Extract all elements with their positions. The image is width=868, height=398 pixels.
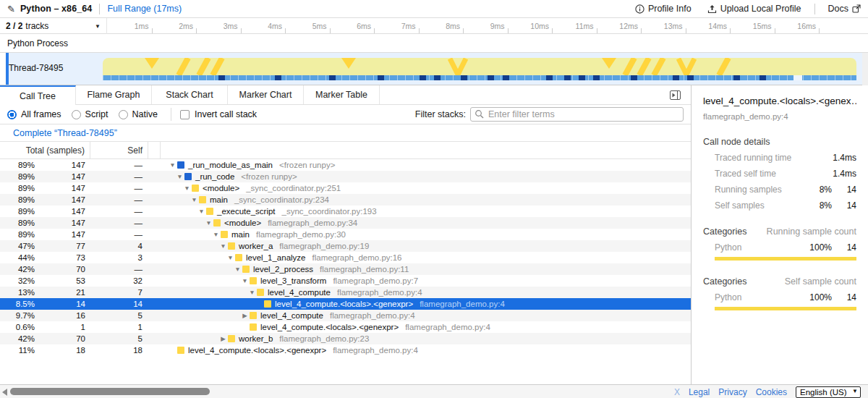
samples-strip[interactable] [103,75,856,80]
x-social-link[interactable]: X [674,387,680,397]
tab-call-tree[interactable]: Call Tree [0,85,76,105]
call-tree-settings: All frames Script Native Invert call sta… [0,105,691,124]
table-row[interactable]: 13%217▼level_4_computeflamegraph_demo.py… [0,287,691,298]
tab-stack-chart[interactable]: Stack Chart [152,85,228,104]
expander-icon[interactable]: ▼ [218,240,228,252]
expander-icon[interactable]: ▼ [247,287,257,298]
row-self-samples: 7 [90,287,148,298]
table-row[interactable]: 42%705▶worker_bflamegraph_demo.py:23 [0,333,691,344]
row-percent: 89% [0,217,35,229]
sample-segment-dark [733,75,740,80]
table-row[interactable]: 89%147—▼_run_module_as_main<frozen runpy… [0,159,691,171]
expander-icon[interactable]: ▼ [197,206,206,217]
sidebar-toggle-button[interactable] [670,90,681,103]
tab-marker-chart[interactable]: Marker Chart [228,85,304,104]
radio-script[interactable] [72,110,81,119]
legal-link[interactable]: Legal [689,387,710,397]
activity-graph[interactable] [103,58,856,75]
category-bar [715,257,856,261]
file-location: flamegraph_demo.py:11 [320,263,409,275]
radio-all-frames-label[interactable]: All frames [21,109,61,119]
table-row[interactable]: 8.5%1414level_4_compute.<locals>.<genexp… [0,298,691,310]
thread-track[interactable]: Thread-78495 [0,53,868,85]
activity-marker [199,58,208,75]
table-row[interactable]: 32%5332▼level_3_transformflamegraph_demo… [0,275,691,287]
column-total[interactable]: Total (samples) [0,142,90,158]
radio-all-frames[interactable] [7,110,17,119]
expander-icon[interactable]: ▶ [240,310,250,321]
docs-button[interactable]: Docs [828,4,861,14]
activity-marker [213,58,222,75]
row-percent: 42% [0,333,35,344]
chevron-down-icon: ▼ [95,23,101,30]
invert-call-stack-checkbox[interactable] [180,110,190,119]
process-track-header[interactable]: Python Process [0,34,868,53]
scroll-left-arrow[interactable] [2,389,7,396]
function-name: level_4_compute.<locals>.<genexpr> [275,298,413,310]
function-name: <module> [224,217,261,229]
tab-flame-graph[interactable]: Flame Graph [76,85,152,104]
tracks-dropdown[interactable]: 2 / 2 tracks ▼ [0,18,107,34]
category-color-icon [199,196,206,203]
row-total-samples: 147 [35,194,90,206]
table-row[interactable]: 89%147—▼_execute_script_sync_coordinator… [0,206,691,217]
privacy-link[interactable]: Privacy [718,387,746,397]
function-name: <module> [203,182,239,194]
table-row[interactable]: 42%70—▼level_2_processflamegraph_demo.py… [0,263,691,275]
full-range-link[interactable]: Full Range (17ms) [107,4,182,14]
activity-marker [639,58,649,75]
file-location: flamegraph_demo.py:4 [405,321,490,333]
table-row[interactable]: 9.7%165▶level_4_computeflamegraph_demo.p… [0,310,691,321]
invert-call-stack-label[interactable]: Invert call stack [195,109,257,119]
table-row[interactable]: 11%1818level_4_compute.<locals>.<genexpr… [0,344,691,356]
tab-marker-table[interactable]: Marker Table [304,85,380,104]
row-self-samples: — [90,182,148,194]
language-select[interactable]: English (US) [796,386,861,398]
ruler-tick-label: 14ms [684,18,727,34]
expander-icon[interactable]: ▼ [175,171,184,182]
expander-icon[interactable]: ▼ [204,217,213,229]
breadcrumb-root-link[interactable]: Complete “Thread-78495” [13,128,117,138]
profile-info-button[interactable]: Profile Info [635,4,692,14]
table-row[interactable]: 89%147—▼<module>flamegraph_demo.py:34 [0,217,691,229]
category-color-icon [228,335,235,342]
file-location: <frozen runpy> [279,159,335,171]
expander-icon[interactable]: ▼ [240,275,250,287]
upload-icon [707,4,717,14]
radio-native[interactable] [119,110,128,119]
radio-script-label[interactable]: Script [85,109,109,119]
table-row[interactable]: 47%774▼worker_aflamegraph_demo.py:19 [0,240,691,252]
expander-icon[interactable]: ▼ [233,263,242,275]
expander-icon[interactable]: ▶ [218,333,228,344]
table-row[interactable]: 89%147—▼<module>_sync_coordinator.py:251 [0,182,691,194]
table-row[interactable]: 89%147—▼main_sync_coordinator.py:234 [0,194,691,206]
row-total-samples: 147 [35,217,90,229]
expander-icon[interactable]: ▼ [190,194,199,206]
expander-icon[interactable]: ▼ [226,252,235,263]
category-color-icon [257,289,264,296]
filter-stacks-input[interactable] [470,107,684,122]
radio-native-label[interactable]: Native [132,109,158,119]
upload-profile-button[interactable]: Upload Local Profile [707,4,801,14]
edit-profile-name-icon[interactable]: ✎ [7,4,15,14]
horizontal-scrollbar-thumb[interactable] [10,388,210,395]
expander-icon[interactable]: ▼ [182,182,192,194]
table-row[interactable]: 0.6%11level_4_compute.<locals>.<genexpr>… [0,321,691,333]
table-row[interactable]: 89%147—▼_run_code<frozen runpy> [0,171,691,182]
cookies-link[interactable]: Cookies [756,387,787,397]
table-row[interactable]: 89%147—▼mainflamegraph_demo.py:30 [0,229,691,240]
category-color-icon [177,347,184,354]
column-self[interactable]: Self [90,142,148,158]
row-percent: 8.5% [0,298,35,310]
activity-marker [654,58,663,75]
sample-segment-dark [593,75,600,80]
sample-segment-dark [461,75,467,80]
expander-icon[interactable]: ▼ [211,229,221,240]
activity-marker [678,59,694,75]
table-row[interactable]: 44%733▼level_1_analyzeflamegraph_demo.py… [0,252,691,263]
activity-marker [602,58,616,69]
expander-icon[interactable]: ▼ [168,159,177,171]
category-color-icon [250,323,257,331]
category-color-icon [250,277,257,284]
file-location: _sync_coordinator.py:251 [246,182,341,194]
